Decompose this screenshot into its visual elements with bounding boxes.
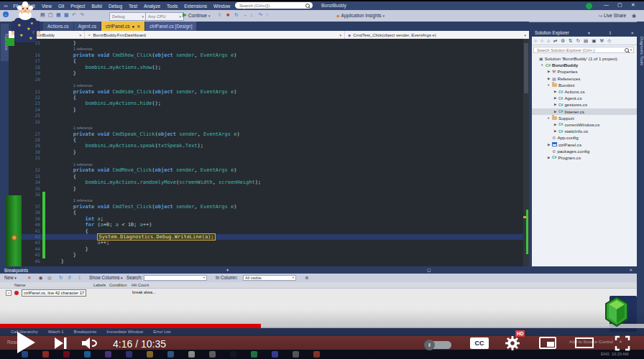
minimize-button[interactable]: — [604,2,609,7]
redo-icon[interactable]: ↷ [80,12,84,18]
video-miniplayer-button[interactable] [539,337,556,349]
go-to-source-icon[interactable]: ↧ [78,275,81,280]
scrollbar-thumb[interactable] [524,43,528,93]
tree-item-program-cs[interactable]: ▶C#Program.cs [532,154,637,161]
taskbar-icon[interactable] [293,351,299,358]
taskbar-icon[interactable] [272,351,278,358]
tree-item-currentwindow-cs[interactable]: ▶C#currentWindow.cs [532,121,637,128]
solution-explorer-search[interactable]: ▾ [533,47,634,53]
step-over-icon[interactable]: ↷ [258,12,262,18]
menu-extensions[interactable]: Extensions [181,4,211,9]
tree-item-support[interactable]: ▾Support [532,115,637,121]
account-avatar[interactable] [585,2,593,10]
taskbar-icon[interactable] [84,351,91,358]
codelens-references[interactable]: 1 reference [73,83,93,88]
tree-item-bombini[interactable]: ▾Bombini [532,82,637,88]
taskbar-icon[interactable] [167,351,174,358]
panel-tab-breakpoints[interactable]: Breakpoints [68,330,101,334]
breakpoints-search-input[interactable]: ▾ [144,275,207,281]
menu-tools[interactable]: Tools [164,4,181,9]
application-insights-button[interactable]: ◆ Application Insights ▾ [336,13,385,18]
menu-build[interactable]: Build [88,4,105,9]
panel-tab-watch-1[interactable]: Watch 1 [43,330,69,334]
tree-item-listener-cs[interactable]: ▶C#listener.cs [532,108,637,115]
toggle-all-breakpoints-icon[interactable]: ◎ [47,275,52,280]
breakpoint-checkbox[interactable]: ✓ [6,290,12,296]
video-fullscreen-button[interactable] [615,335,630,351]
save-all-icon[interactable]: ▩ [64,12,69,18]
member-dropdown[interactable]: ◆ CmdTest_Click(object sender, EventArgs… [345,31,529,39]
codelens-references[interactable]: 1 reference [73,197,93,203]
open-file-icon[interactable]: ▢ [48,12,53,18]
show-columns-dropdown[interactable]: Show Columns ▾ [89,275,123,280]
maximize-button[interactable]: ▢ [617,2,622,8]
navigate-backward-icon[interactable]: ← [3,11,9,17]
taskbar-icon[interactable] [313,351,320,358]
quick-search-input[interactable] [238,3,301,9]
close-button[interactable]: ✕ [631,2,635,8]
taskbar-icon[interactable] [147,351,153,358]
taskbar-icon[interactable] [209,351,216,358]
emerald-watermark[interactable] [601,297,632,330]
chevron-down-icon[interactable]: ▾ [222,268,229,272]
column-header-hit-count[interactable]: Hit Count [132,283,149,287]
tree-item-app-config[interactable]: ⚙App.config [532,134,637,141]
preview-icon[interactable]: ◇ [607,38,611,44]
home-icon[interactable]: ⌂ [547,38,550,43]
forward-icon[interactable]: ○ [540,38,543,43]
delete-breakpoint-icon[interactable]: ✕ [27,275,31,280]
collapse-all-icon[interactable]: ▤ [584,38,588,44]
tab-actions-cs[interactable]: Actions.cs [43,22,73,31]
continue-button[interactable]: Continue ▾ [183,13,210,18]
taskbar-icon[interactable] [251,351,257,358]
menu-test[interactable]: Test [126,4,141,9]
in-column-dropdown[interactable]: All visible▾ [243,275,296,281]
breakpoint-row[interactable]: ✓ ctrlPanel.cs, line 42 character 17 bre… [0,289,637,296]
taskbar-icon[interactable] [230,351,236,358]
step-into-icon[interactable]: ↓ [250,12,253,17]
video-settings-gear-icon[interactable] [505,335,520,351]
tree-item-properties[interactable]: ▶⚒Properties [532,68,637,75]
breakpoint-dot[interactable] [12,235,17,241]
video-captions-button[interactable]: CC [470,337,489,349]
disable-all-breakpoints-icon[interactable]: ◉ [39,275,43,280]
properties-icon[interactable]: ⚒ [599,38,604,44]
quick-search-box[interactable] [235,2,313,9]
import-breakpoints-icon[interactable]: ↺ [68,275,71,280]
tab-ctrlpanel-cs[interactable]: ctrlPanel.cs●✕ [101,22,144,31]
taskbar-icon[interactable] [188,351,195,358]
solution-explorer-search-input[interactable] [535,47,625,53]
show-all-files-icon[interactable]: ▣ [592,38,596,44]
tree-item-references[interactable]: ▶▦References [532,75,637,82]
panel-tab-error-list[interactable]: Error List [148,330,175,334]
tree-item-solution-bonzibuddy-1-of-1-project-[interactable]: ▣Solution 'BonziBuddy' (1 of 1 project) [532,55,637,62]
tree-item-actions-cs[interactable]: ▶C#Actions.cs [532,88,637,95]
step-out-icon[interactable]: ↑ [266,12,269,17]
panel-tab-immediate-window[interactable]: Immediate Window [101,330,148,334]
pin-icon[interactable]: ↧ [605,31,612,35]
export-breakpoints-icon[interactable]: ↻ [59,275,63,280]
new-breakpoint-button[interactable]: New ▾ [4,275,17,280]
codelens-references[interactable]: 1 reference [73,46,93,52]
close-panel-icon[interactable]: ✕ [625,268,632,272]
type-dropdown[interactable]: ✦ BonziBuddy.FrmDashboard▾ [85,31,345,39]
tab-ctrlpanel-cs-design-[interactable]: ctrlPanel.cs [Design] [145,22,196,31]
debug-target-dropdown[interactable]: Debug▾ [109,12,147,21]
close-panel-icon[interactable]: ✕ [627,31,634,35]
codelens-references[interactable]: 1 reference [73,162,93,167]
sync-active-document-icon[interactable]: ⇅ [569,38,572,44]
taskbar-icon[interactable] [63,351,70,358]
live-share-button[interactable]: ↪ Live Share [599,13,626,18]
video-progress-bar[interactable] [0,324,644,328]
menu-project[interactable]: Project [68,4,88,9]
tree-item-packages-config[interactable]: ⚙packages.config [532,148,637,154]
video-theater-button[interactable] [575,337,594,348]
tree-item-bonzibuddy[interactable]: ▾C#BonziBuddy [532,62,637,68]
restart-icon[interactable]: ↻ [234,12,239,18]
editor-scrollbar[interactable] [523,39,529,267]
column-header-name[interactable]: Name [14,283,25,287]
show-next-statement-icon[interactable]: → [242,12,247,17]
column-header-labels[interactable]: Labels [93,283,106,287]
tab-agent-cs[interactable]: Agent.cs [74,22,101,31]
taskbar-icon[interactable] [105,351,111,358]
